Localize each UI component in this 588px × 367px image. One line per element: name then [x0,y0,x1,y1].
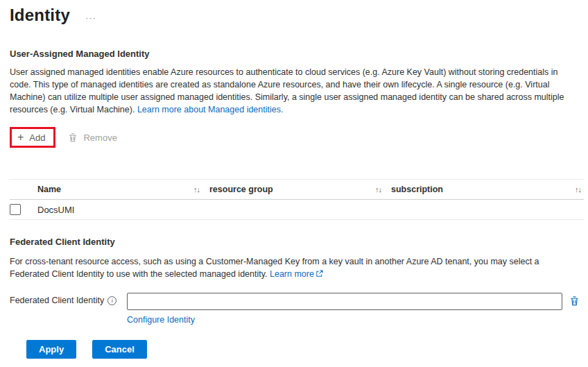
uami-heading: User-Assigned Managed Identity [10,49,580,59]
fci-section: Federated Client Identity For cross-tena… [10,237,580,325]
identity-name-cell: DocsUMI [37,205,74,215]
table-row[interactable]: DocsUMI [10,200,584,220]
page-title: Identity [10,6,70,25]
fci-field-label: Federated Client Identity i [10,293,127,305]
column-header-subscription: subscription [391,185,443,194]
configure-identity-link[interactable]: Configure Identity [127,315,562,325]
table-header-row: Name ↑↓ resource group ↑↓ subscription ↑… [10,179,584,200]
uami-toolbar: + Add Remove [10,125,580,150]
add-button-label: Add [29,133,45,143]
uami-section: User-Assigned Managed Identity User assi… [10,49,580,220]
plus-icon: + [17,132,24,143]
uami-description: User assigned managed identities enable … [10,66,580,116]
info-icon[interactable]: i [107,296,116,305]
fci-description: For cross-tenant resource access, such a… [10,255,580,280]
page-header: Identity ··· [10,6,580,25]
more-options-icon[interactable]: ··· [85,8,96,23]
learn-more-managed-identities-link[interactable]: Learn more about Managed identities. [137,105,284,114]
add-button[interactable]: + Add [17,132,45,143]
action-buttons: Apply Cancel [26,340,580,359]
sort-icon-resource-group[interactable]: ↑↓ [375,185,381,194]
remove-button[interactable]: Remove [68,133,116,143]
column-header-resource-group: resource group [209,185,273,194]
fci-form-row: Federated Client Identity i Configure Id… [10,293,580,325]
sort-icon-subscription[interactable]: ↑↓ [575,185,581,194]
sort-icon-name[interactable]: ↑↓ [193,185,200,194]
remove-button-label: Remove [83,133,116,143]
row-select-checkbox[interactable] [10,204,21,215]
column-header-name: Name [37,185,61,194]
identity-page: Identity ··· User-Assigned Managed Ident… [0,0,588,359]
uami-table: Name ↑↓ resource group ↑↓ subscription ↑… [10,179,584,220]
fci-heading: Federated Client Identity [10,237,580,247]
fci-input[interactable] [127,293,562,310]
apply-button[interactable]: Apply [26,340,76,359]
cancel-button[interactable]: Cancel [92,340,147,359]
uami-description-text: User assigned managed identities enable … [10,67,564,114]
fci-learn-more-link[interactable]: Learn more [270,269,323,279]
external-link-icon [315,270,323,278]
add-button-annotation-box: + Add [10,127,55,148]
delete-fci-button[interactable] [569,293,580,307]
fci-field-label-text: Federated Client Identity [10,296,104,305]
trash-icon [68,133,78,143]
fci-learn-more-label: Learn more [270,269,314,279]
trash-icon-blue [569,296,580,307]
